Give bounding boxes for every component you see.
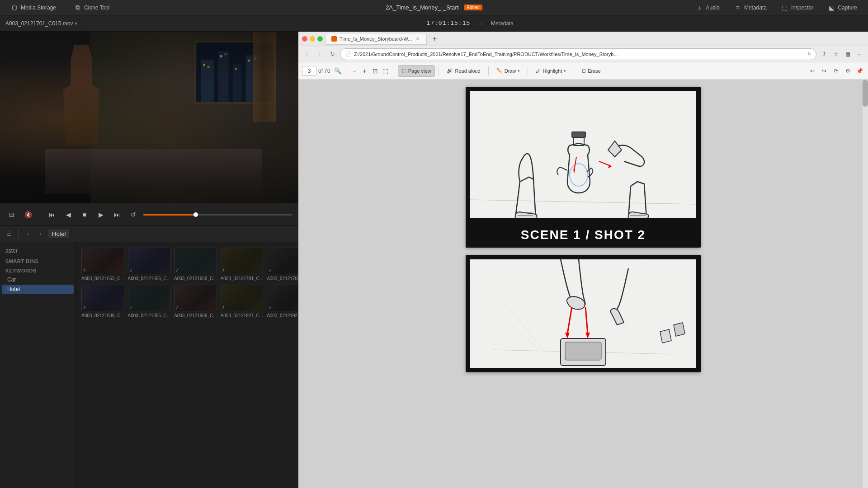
pdf-page-nav: 3 of 70 xyxy=(302,66,330,76)
loop-btn[interactable]: ↺ xyxy=(127,208,140,221)
browser-back-btn[interactable]: ‹ xyxy=(302,49,312,59)
prev-frame-btn[interactable]: ◀ xyxy=(62,208,75,221)
main-layout: ⊟ 🔇 ⏮ ◀ ■ ▶ ⏭ ↺ ☰ ‹ › Hotel xyxy=(0,32,868,488)
media-name-2: A003_02121656_C... xyxy=(128,276,171,281)
storyboard-frame-2 xyxy=(470,259,696,368)
media-name-4: A003_02121701_C... xyxy=(221,276,264,281)
bins-sidebar: aster Smart Bins Keywords Car Hotel xyxy=(0,242,76,488)
pdf-draw-icon: ✏️ xyxy=(496,68,503,74)
pdf-read-aloud-btn[interactable]: 🔊 Read aloud xyxy=(443,65,484,77)
browser-forward-btn[interactable]: › xyxy=(315,49,325,59)
svg-rect-13 xyxy=(470,91,696,218)
scrollbar-thumb[interactable] xyxy=(863,80,868,107)
music-icon-10: ♪ xyxy=(269,304,271,310)
pdf-search-btn[interactable]: 🔍 xyxy=(333,66,342,75)
bin-item-car[interactable]: Car xyxy=(2,275,74,284)
pdf-zoom-controls: − + ⊡ ⬚ xyxy=(350,66,390,75)
pdf-zoom-out-btn[interactable]: − xyxy=(350,66,359,75)
file-path-btn[interactable]: A003_02121701_C015.mov ▾ xyxy=(5,20,77,27)
media-item-1[interactable]: ♪ A003_02121653_C... xyxy=(81,248,124,281)
new-tab-btn[interactable]: + xyxy=(429,34,439,44)
bin-item-hotel[interactable]: Hotel xyxy=(2,285,74,294)
media-item-8[interactable]: ♪ A003_02121906_C... xyxy=(174,285,217,318)
media-item-4[interactable]: ♪ A003_02121701_C... xyxy=(221,248,264,281)
bin-forward-btn[interactable]: › xyxy=(36,229,46,239)
bin-back-btn[interactable]: ‹ xyxy=(23,229,33,239)
browser-bookmark-btn[interactable]: ☆ xyxy=(831,49,841,59)
media-item-2[interactable]: ♪ A003_02121656_C... xyxy=(128,248,171,281)
title-bar-left: ⬡ Media Storage ⧉ Clone Tool xyxy=(7,3,113,13)
title-bar-right: ♪ Audio ≡ Metadata ⬚ Inspector ⬕ Capture xyxy=(692,3,861,13)
pdf-current-page: 3 xyxy=(308,68,311,74)
pdf-draw-btn[interactable]: ✏️ Draw ▾ xyxy=(492,65,524,77)
pdf-erase-btn[interactable]: ◻ Erase xyxy=(578,65,605,77)
audio-btn[interactable]: ♪ Audio xyxy=(692,3,723,13)
stop-btn[interactable]: ■ xyxy=(78,208,91,221)
minimize-window-btn[interactable] xyxy=(310,36,315,42)
music-icon-8: ♪ xyxy=(176,304,179,310)
media-item-6[interactable]: ♪ A003_02121839_C... xyxy=(81,285,124,318)
media-item-10[interactable]: ♪ A003_02121927_C... xyxy=(267,285,298,318)
pdf-rotate-btn[interactable]: ⟳ xyxy=(831,66,841,76)
pdf-fit-width-btn[interactable]: ⬚ xyxy=(381,66,390,75)
media-item-3[interactable]: ♪ A003_02121658_C... xyxy=(174,248,217,281)
music-icon-9: ♪ xyxy=(222,304,225,310)
pdf-read-aloud-icon: 🔊 xyxy=(447,68,453,74)
browser-scrollbar[interactable] xyxy=(863,80,868,488)
browser-refresh-btn[interactable]: ↻ xyxy=(327,49,337,59)
project-title: 2A_Time_Is_Money_-_Start xyxy=(386,4,458,11)
maximize-window-btn[interactable] xyxy=(317,36,323,42)
address-refresh-icon: ↻ xyxy=(807,51,811,57)
address-bar-input[interactable]: 📄 Z:/2021/GroundControl_Products_2021/Re… xyxy=(340,48,816,60)
toggle-btn[interactable]: ⊟ xyxy=(5,208,18,221)
close-window-btn[interactable] xyxy=(302,36,307,42)
capture-btn[interactable]: ⬕ Capture xyxy=(824,3,861,13)
pdf-zoom-in-btn[interactable]: + xyxy=(360,66,369,75)
media-item-9[interactable]: ♪ A003_02121927_C... xyxy=(221,285,264,318)
media-name-8: A003_02121906_C... xyxy=(174,313,217,318)
playback-controls: ⊟ 🔇 ⏮ ◀ ■ ▶ ⏭ ↺ xyxy=(0,203,298,226)
browser-content[interactable]: SCENE 1 / SHOT 2 xyxy=(298,80,868,488)
music-icon-2: ♪ xyxy=(130,267,132,272)
pdf-settings-btn[interactable]: ⚙ xyxy=(843,66,853,76)
play-btn[interactable]: ▶ xyxy=(94,208,107,221)
media-item-5[interactable]: ♪ A003_02121705_C... xyxy=(267,248,298,281)
browser-share-btn[interactable]: ⤴ xyxy=(819,49,829,59)
master-label: aster xyxy=(0,246,75,256)
toggle-bin-panel[interactable]: ☰ xyxy=(4,229,14,239)
timecode-display: 17:01:15:15 xyxy=(426,20,470,27)
title-bar: ⬡ Media Storage ⧉ Clone Tool 2A_Time_Is_… xyxy=(0,0,868,15)
media-name-1: A003_02121653_C... xyxy=(81,276,124,281)
file-path-chevron: ▾ xyxy=(75,20,77,27)
browser-tab-active[interactable]: Time_Is_Money_Storyboard-W... ✕ xyxy=(326,33,427,45)
pdf-read-aloud-label: Read aloud xyxy=(455,68,480,74)
go-to-start-btn[interactable]: ⏮ xyxy=(46,208,58,221)
browser-action-buttons: ⤴ ☆ ▦ ··· xyxy=(819,49,864,59)
pdf-page-input[interactable]: 3 xyxy=(302,66,316,76)
tab-favicon xyxy=(331,36,337,42)
pdf-pin-btn[interactable]: 📌 xyxy=(854,66,864,76)
browser-more-btn[interactable]: ··· xyxy=(854,49,864,59)
mute-btn[interactable]: 🔇 xyxy=(22,208,34,221)
media-storage-btn[interactable]: ⬡ Media Storage xyxy=(7,3,60,13)
more-options-btn[interactable]: ··· xyxy=(474,19,487,28)
inspector-btn[interactable]: ⬚ Inspector xyxy=(778,3,817,13)
pdf-redo-btn[interactable]: ↪ xyxy=(819,66,829,76)
pdf-highlight-btn[interactable]: 🖊 Highlight ▾ xyxy=(532,65,570,77)
browser-panel: Time_Is_Money_Storyboard-W... ✕ + ‹ › ↻ … xyxy=(298,32,868,488)
media-bins-area: ☰ ‹ › Hotel aster Smart Bins Keywords Ca… xyxy=(0,226,298,488)
tab-close-btn[interactable]: ✕ xyxy=(415,36,421,42)
pdf-draw-arrow: ▾ xyxy=(518,69,520,73)
pdf-page-view-btn[interactable]: ⬚ Page view xyxy=(398,65,435,77)
browser-collections-btn[interactable]: ▦ xyxy=(843,49,853,59)
clone-tool-btn[interactable]: ⧉ Clone Tool xyxy=(71,3,113,13)
progress-bar[interactable] xyxy=(143,214,292,216)
media-item-7[interactable]: ♪ A003_02121855_C... xyxy=(128,285,171,318)
pdf-undo-btn[interactable]: ↩ xyxy=(807,66,817,76)
pdf-fit-page-btn[interactable]: ⊡ xyxy=(371,66,380,75)
storyboard-frame-1 xyxy=(470,91,696,218)
go-to-end-btn[interactable]: ⏭ xyxy=(111,208,123,221)
metadata-btn[interactable]: ≡ Metadata xyxy=(731,3,770,13)
inspector-icon: ⬚ xyxy=(781,4,788,11)
media-thumb-6: ♪ xyxy=(81,285,124,311)
